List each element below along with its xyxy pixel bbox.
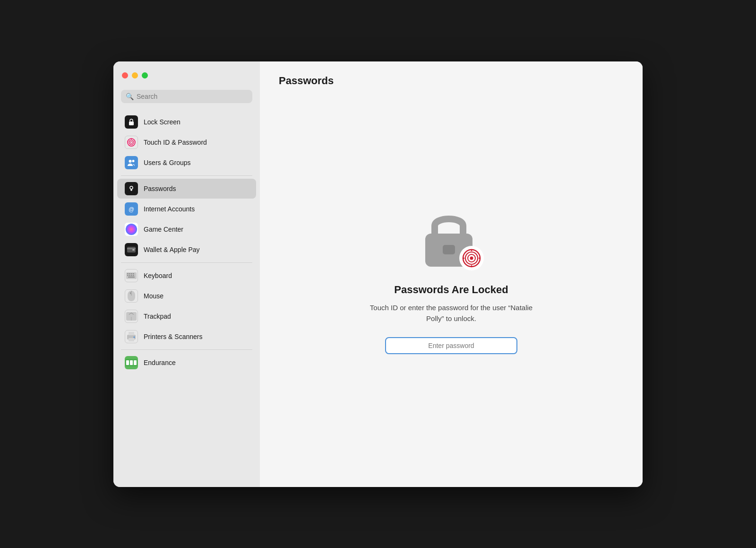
- locked-desc: Touch ID or enter the password for the u…: [361, 303, 541, 324]
- maximize-button[interactable]: [142, 72, 148, 78]
- sidebar-item-passwords[interactable]: Passwords: [117, 179, 256, 199]
- keyboard-icon: [125, 269, 138, 282]
- svg-rect-36: [130, 360, 133, 365]
- svg-rect-24: [133, 275, 134, 276]
- divider-1: [121, 175, 252, 176]
- divider-2: [121, 262, 252, 263]
- close-button[interactable]: [122, 72, 128, 78]
- search-bar[interactable]: 🔍: [121, 90, 252, 103]
- sidebar-item-users-groups[interactable]: Users & Groups: [117, 153, 256, 173]
- svg-rect-21: [127, 275, 129, 276]
- sidebar-item-trackpad[interactable]: Trackpad: [117, 306, 256, 326]
- sidebar-list: Lock Screen Touch ID & Password: [113, 110, 260, 487]
- divider-3: [121, 349, 252, 350]
- sidebar-item-label: Game Center: [144, 226, 183, 233]
- sidebar-item-mouse[interactable]: Mouse: [117, 286, 256, 306]
- sidebar-item-game-center[interactable]: Game Center: [117, 219, 256, 239]
- svg-rect-27: [130, 292, 131, 294]
- svg-rect-18: [129, 273, 130, 274]
- svg-rect-17: [127, 273, 129, 274]
- mouse-icon: [125, 289, 138, 303]
- sidebar-item-printers[interactable]: Printers & Scanners: [117, 327, 256, 347]
- titlebar: [113, 61, 260, 90]
- sidebar-item-label: Users & Groups: [144, 159, 191, 166]
- internet-accounts-icon: @: [125, 202, 138, 216]
- sidebar-item-label: Internet Accounts: [144, 205, 195, 213]
- sidebar: 🔍 Lock Screen: [113, 61, 260, 487]
- touchid-icon: [125, 136, 138, 149]
- page-title: Passwords: [279, 75, 624, 87]
- sidebar-item-label: Wallet & Apple Pay: [144, 246, 200, 253]
- svg-rect-39: [443, 245, 455, 254]
- sidebar-section-2: Passwords @ Internet Accounts: [113, 179, 260, 260]
- svg-rect-32: [129, 338, 134, 341]
- fingerprint-badge-icon: [459, 246, 484, 270]
- lock-icon-wrapper: [421, 206, 482, 272]
- sidebar-item-label: Touch ID & Password: [144, 139, 207, 146]
- svg-rect-20: [133, 273, 134, 274]
- sidebar-item-label: Endurance: [144, 359, 176, 366]
- svg-rect-15: [132, 249, 135, 251]
- endurance-icon: [125, 356, 138, 369]
- sidebar-item-internet-accounts[interactable]: @ Internet Accounts: [117, 199, 256, 219]
- svg-rect-25: [128, 277, 135, 278]
- svg-rect-0: [129, 122, 134, 125]
- sidebar-item-touchid[interactable]: Touch ID & Password: [117, 132, 256, 152]
- sidebar-item-label: Passwords: [144, 185, 176, 192]
- minimize-button[interactable]: [132, 72, 138, 78]
- search-input[interactable]: [137, 93, 248, 100]
- svg-rect-22: [129, 275, 130, 276]
- svg-rect-37: [134, 360, 137, 365]
- svg-point-2: [129, 140, 134, 145]
- sidebar-item-label: Lock Screen: [144, 118, 180, 126]
- game-center-icon: [125, 223, 138, 236]
- svg-point-33: [134, 336, 135, 338]
- svg-point-12: [126, 224, 137, 235]
- sidebar-section-3: Keyboard Mouse: [113, 266, 260, 347]
- svg-point-6: [132, 160, 135, 162]
- svg-point-45: [470, 257, 473, 260]
- svg-rect-19: [131, 273, 132, 274]
- lock-screen-icon: [125, 115, 138, 129]
- sidebar-item-label: Mouse: [144, 292, 163, 300]
- sidebar-item-label: Printers & Scanners: [144, 333, 203, 340]
- svg-text:@: @: [129, 206, 134, 212]
- svg-rect-23: [131, 275, 132, 276]
- svg-point-7: [130, 186, 133, 189]
- main-content: Passwords: [260, 61, 643, 487]
- sidebar-item-label: Trackpad: [144, 313, 171, 320]
- sidebar-item-endurance[interactable]: Endurance: [117, 353, 256, 373]
- locked-container: Passwords Are Locked Touch ID or enter t…: [279, 87, 624, 474]
- app-window: 🔍 Lock Screen: [113, 61, 643, 487]
- sidebar-section-4: Endurance: [113, 353, 260, 373]
- password-input[interactable]: [385, 337, 517, 354]
- svg-point-3: [130, 141, 133, 143]
- svg-point-5: [129, 160, 132, 163]
- svg-rect-31: [129, 332, 134, 335]
- sidebar-section-1: Lock Screen Touch ID & Password: [113, 112, 260, 173]
- password-input-wrapper: [385, 337, 517, 354]
- sidebar-item-wallet[interactable]: Wallet & Apple Pay: [117, 240, 256, 260]
- wallet-icon: [125, 243, 138, 256]
- search-icon: 🔍: [126, 93, 134, 100]
- printers-icon: [125, 330, 138, 343]
- locked-title: Passwords Are Locked: [394, 284, 508, 296]
- passwords-icon: [125, 182, 138, 195]
- trackpad-icon: [125, 310, 138, 323]
- users-icon: [125, 156, 138, 169]
- sidebar-item-lock-screen[interactable]: Lock Screen: [117, 112, 256, 132]
- svg-rect-35: [126, 360, 129, 365]
- sidebar-item-label: Keyboard: [144, 272, 172, 279]
- svg-rect-14: [127, 248, 136, 249]
- sidebar-item-keyboard[interactable]: Keyboard: [117, 266, 256, 286]
